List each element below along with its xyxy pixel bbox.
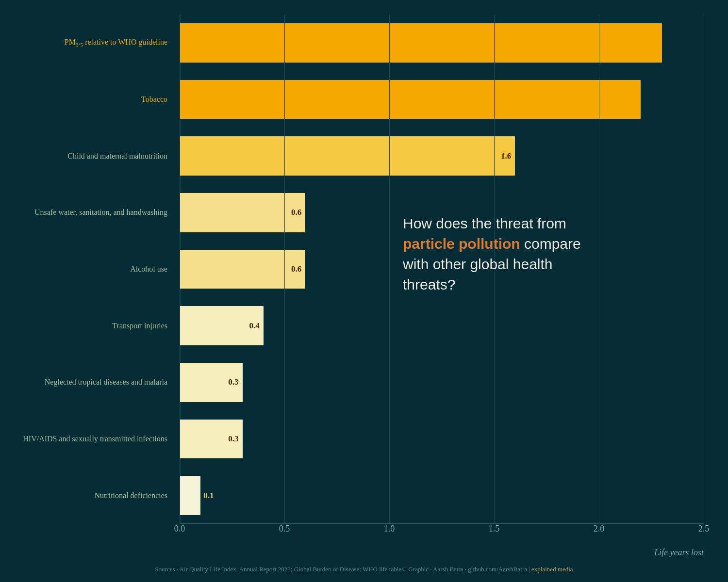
bar-row: 0.3 bbox=[180, 363, 243, 402]
bar-value-label: 2.3 bbox=[647, 38, 658, 48]
grid-line bbox=[389, 15, 390, 524]
bar-row: 0.6 bbox=[180, 193, 305, 232]
annotation-highlight: particle pollution bbox=[403, 236, 520, 252]
bar-value-label: 1.6 bbox=[501, 151, 511, 161]
x-tick-label: 1.5 bbox=[489, 524, 500, 534]
bar-value-label: 2.2 bbox=[627, 95, 637, 104]
x-tick-label: 0.0 bbox=[174, 524, 185, 534]
bar-row: 1.6 bbox=[180, 136, 515, 176]
x-axis-title: Life years lost bbox=[654, 548, 704, 558]
bar-value-label: 0.3 bbox=[228, 434, 238, 444]
x-tick-label: 1.0 bbox=[384, 524, 395, 534]
bar-row: 0.3 bbox=[180, 420, 243, 459]
sources-em: explained.media bbox=[531, 566, 573, 573]
bar-value-label: 0.6 bbox=[291, 264, 301, 274]
bar-fill bbox=[180, 136, 515, 176]
bar-value-label: 0.6 bbox=[291, 208, 301, 217]
bar-row: 0.1 bbox=[180, 476, 200, 515]
grid-line bbox=[704, 15, 704, 524]
bar-row: 0.4 bbox=[180, 306, 264, 345]
bar-fill bbox=[180, 193, 305, 232]
bar-value-label: 0.3 bbox=[228, 377, 238, 387]
x-axis-labels: 0.00.51.01.52.02.5 bbox=[180, 524, 704, 543]
bar-row: 0.6 bbox=[180, 250, 305, 289]
grid-line bbox=[284, 15, 285, 524]
sources-line: Sources · Air Quality Life Index, Annual… bbox=[0, 566, 728, 573]
bar-value-label: 0.4 bbox=[249, 321, 260, 331]
annotation-box: How does the threat from particle pollut… bbox=[403, 213, 607, 295]
x-tick-label: 2.5 bbox=[698, 524, 710, 534]
bar-fill bbox=[180, 250, 305, 289]
chart-container: PM2.5 relative to WHO guidelineTobaccoCh… bbox=[0, 0, 728, 582]
bar-row: 2.2 bbox=[180, 80, 641, 119]
bar-value-label: 0.1 bbox=[203, 491, 214, 501]
bar-fill bbox=[180, 23, 662, 63]
bars-container: 2.32.21.60.60.60.40.30.30.1 bbox=[0, 15, 728, 524]
bar-row: 2.3 bbox=[180, 23, 662, 63]
bar-fill bbox=[180, 80, 641, 119]
bar-fill bbox=[180, 476, 200, 515]
grid-line bbox=[180, 15, 180, 524]
x-tick-label: 2.0 bbox=[594, 524, 605, 534]
x-tick-label: 0.5 bbox=[279, 524, 290, 534]
